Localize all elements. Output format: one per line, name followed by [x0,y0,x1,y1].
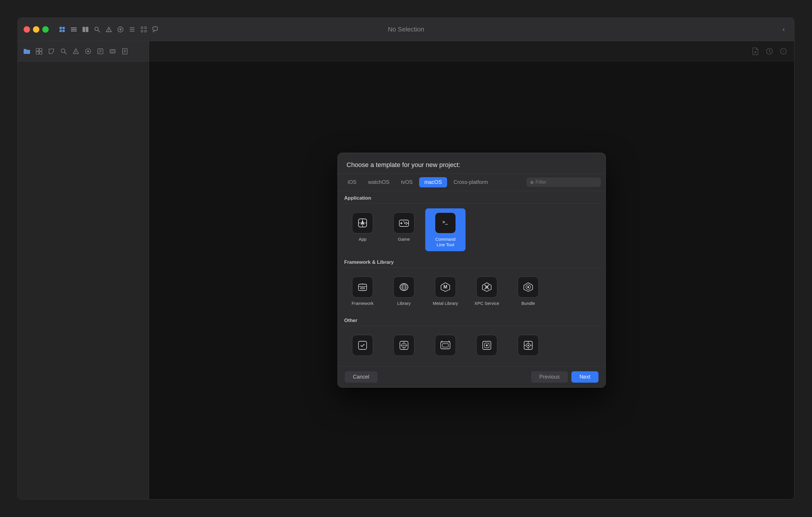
svg-rect-20 [145,27,146,29]
svg-rect-2 [59,30,62,32]
footer-right-buttons: Previous Next [531,371,599,383]
svg-rect-23 [153,27,157,30]
sidebar-tool-debug[interactable] [95,46,105,56]
svg-point-32 [76,53,76,53]
svg-rect-27 [39,52,42,54]
sidebar-tool-folder[interactable] [22,46,32,56]
sidebar-tool-test[interactable] [83,46,93,56]
traffic-lights [24,26,49,33]
template-app[interactable]: A App [342,208,383,251]
grid-icon[interactable] [139,25,148,34]
template-app-label: App [359,236,367,242]
tab-ios[interactable]: iOS [342,177,362,187]
close-button[interactable] [24,26,30,33]
plus-icon[interactable] [116,25,125,34]
toolbar-icon-2[interactable] [69,25,79,34]
template-game[interactable]: Game [384,208,424,251]
template-app-icon: A [352,212,373,234]
template-other-3[interactable] [425,331,465,362]
section-application: Application [342,191,601,204]
template-metal-label: Metal Library [433,301,458,306]
maximize-button[interactable] [42,26,49,33]
svg-rect-24 [36,49,39,51]
template-other-5[interactable] [508,331,548,362]
template-other-4[interactable] [467,331,507,362]
tabs-row: iOS watchOS tvOS macOS Cross-platform ⊕ [338,174,606,191]
template-framework-label: Framework [351,301,373,306]
template-other-1[interactable] [342,331,383,362]
minimize-button[interactable] [33,26,39,33]
template-library[interactable]: Library [384,273,424,310]
search-icon[interactable] [92,25,102,34]
template-bundle-icon [518,277,539,298]
template-other-2[interactable] [384,331,424,362]
svg-rect-7 [83,27,85,32]
svg-point-60 [406,222,407,223]
template-metal-icon: M [435,277,456,298]
svg-rect-70 [358,284,367,291]
list-icon[interactable] [127,25,137,34]
tab-watchos[interactable]: watchOS [363,177,395,187]
next-button[interactable]: Next [571,371,599,383]
template-other-5-icon [518,335,539,356]
sidebar-tool-breakpoint[interactable] [47,46,56,56]
application-grid: A App [342,206,601,255]
svg-line-30 [64,52,66,54]
sidebar-toolbar [18,41,149,61]
toolbar-icons [57,25,160,34]
section-other: Other [342,313,601,326]
other-grid [342,329,601,366]
svg-point-63 [404,223,405,224]
cancel-button[interactable]: Cancel [345,371,377,383]
sidebar [18,41,149,499]
sidebar-tool-memory[interactable] [108,46,118,56]
svg-rect-22 [145,30,146,32]
titlebar: No Selection ‹ [18,18,794,41]
tab-tvos[interactable]: tvOS [396,177,418,187]
toolbar-icon-3[interactable] [81,25,90,34]
svg-point-9 [95,27,98,31]
svg-text:>_: >_ [442,219,448,225]
template-metal-library[interactable]: M Metal Library [425,273,465,310]
svg-rect-19 [141,27,143,29]
template-game-icon [394,212,414,234]
tab-macos[interactable]: macOS [419,177,447,187]
filter-icon: ⊕ [530,180,534,185]
sidebar-tool-issues[interactable] [71,46,81,56]
sidebar-tool-grid[interactable] [34,46,44,56]
framework-grid: Framework [342,270,601,314]
svg-rect-21 [141,30,143,32]
template-content: Application A [338,191,606,367]
tab-crossplatform[interactable]: Cross-platform [448,177,493,187]
svg-rect-6 [71,31,77,31]
svg-rect-72 [360,287,365,289]
template-xpc[interactable]: XPC Service [467,273,507,310]
chevron-icon[interactable]: ‹ [779,25,788,34]
svg-rect-92 [442,343,448,347]
svg-text:M: M [443,284,447,290]
svg-point-100 [528,345,529,346]
svg-rect-1 [62,27,65,29]
template-other-2-icon [394,335,414,356]
svg-rect-26 [36,52,39,54]
titlebar-title: No Selection [388,26,424,33]
filter-box[interactable]: ⊕ [526,178,601,187]
sidebar-tool-report[interactable] [120,46,130,56]
svg-rect-91 [441,342,450,349]
svg-line-10 [98,30,100,32]
svg-rect-86 [358,341,367,349]
previous-button[interactable]: Previous [531,371,568,383]
template-other-1-icon [352,335,373,356]
warning-icon[interactable] [104,25,113,34]
toolbar-icon-1[interactable] [57,25,67,34]
svg-rect-66 [403,221,404,222]
svg-point-62 [406,223,407,225]
right-panel: ? No Selection Choose a template for you… [149,41,794,499]
template-game-label: Game [398,236,410,242]
template-framework[interactable]: Framework [342,273,383,310]
filter-input[interactable] [535,179,597,185]
speech-icon[interactable] [151,25,160,34]
template-command-line-tool[interactable]: >_ CommandLine Tool [425,208,465,251]
sidebar-tool-search[interactable] [59,46,68,56]
template-bundle[interactable]: Bundle [508,273,548,310]
